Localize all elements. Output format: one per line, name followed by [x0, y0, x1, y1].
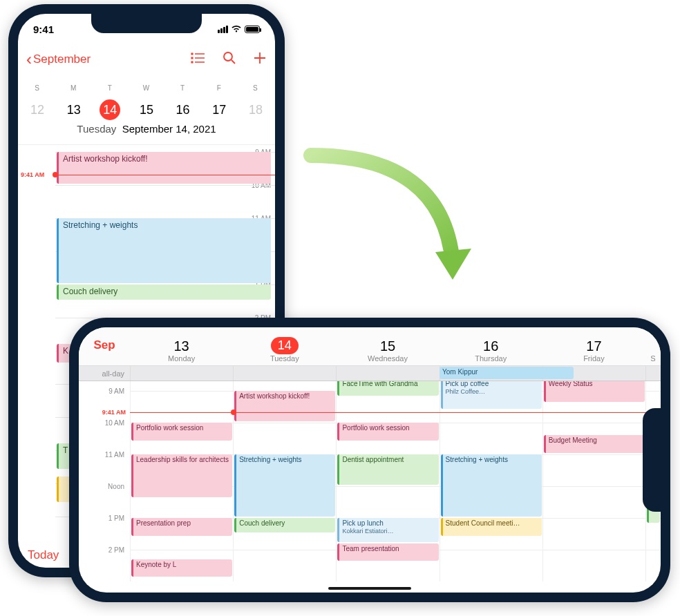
current-time-label: 9:41 AM	[102, 409, 126, 416]
search-icon[interactable]	[223, 51, 236, 68]
weekday-abbrev: F	[207, 77, 232, 98]
calendar-event[interactable]: Stretching + weights	[234, 454, 335, 517]
current-time-dot	[53, 172, 58, 177]
allday-cell	[130, 366, 233, 381]
hour-gridline	[55, 185, 275, 186]
week-day-column-body[interactable]: Weekly StatusBudget Meeting	[542, 381, 645, 581]
today-button[interactable]: Today	[28, 548, 59, 562]
calendar-event[interactable]: Stretching + weights	[441, 454, 542, 517]
calendar-event[interactable]: Budget Meeting	[544, 435, 645, 453]
status-time: 9:41	[33, 23, 54, 35]
hour-label: 1 PM	[108, 514, 124, 522]
calendar-event[interactable]: Student Council meeti…	[441, 518, 542, 536]
nav-bar: ‹ September	[18, 44, 275, 75]
week-day-today[interactable]: 14	[100, 99, 120, 120]
calendar-event[interactable]: Team presentation	[337, 543, 438, 561]
calendar-event[interactable]: Stretching + weights	[57, 218, 271, 283]
week-day-column-body[interactable]: Artist workshop kickoff!Stretching + wei…	[233, 381, 336, 581]
allday-cell	[645, 366, 661, 381]
current-time-label: 9:41 AM	[21, 171, 44, 178]
week-day[interactable]: 16	[171, 99, 196, 120]
current-time-line	[130, 412, 661, 413]
week-day[interactable]: 15	[134, 99, 159, 120]
week-days-row[interactable]: 12131415161718	[25, 99, 268, 120]
selected-date-label: Tuesday September 14, 2021	[25, 120, 268, 140]
svg-point-4	[191, 57, 193, 59]
calendar-event[interactable]: FaceTime with Grandma	[337, 381, 438, 396]
weekday-abbrev: S	[243, 77, 268, 98]
signal-bars-icon	[218, 26, 228, 33]
add-event-icon[interactable]	[253, 51, 267, 68]
svg-point-6	[224, 52, 232, 61]
all-day-label: all-day	[79, 366, 130, 381]
weekday-abbrev: S	[25, 77, 50, 98]
landscape-iphone-frame: Sep 13Monday14Tuesday15Wednesday16Thursd…	[69, 318, 670, 602]
week-day[interactable]: 18	[243, 99, 268, 120]
calendar-event[interactable]: Portfolio work session	[337, 423, 438, 441]
hour-label: 11 AM	[105, 451, 124, 459]
home-indicator[interactable]	[328, 587, 411, 590]
week-day-column-body[interactable]: FaceTime with GrandmaPortfolio work sess…	[336, 381, 439, 581]
wifi-icon	[231, 23, 242, 35]
hour-label: 2 PM	[108, 546, 124, 554]
week-day-column-body[interactable]: Portfolio work sessionLeadership skills …	[130, 381, 233, 581]
week-day-column-body[interactable]: Pick up coffeePhilz Coffee…Stretching + …	[440, 381, 542, 581]
week-schedule[interactable]: 9 AM10 AM11 AMNoon1 PM2 PM9:41 AM Portfo…	[79, 381, 661, 581]
calendar-event[interactable]: Dentist appointment	[337, 454, 438, 485]
svg-point-3	[191, 53, 193, 55]
calendar-event[interactable]: Keynote by L	[131, 559, 232, 577]
all-day-event[interactable]: Yom Kippur	[440, 367, 574, 379]
week-day-column[interactable]: 15Wednesday	[336, 338, 439, 363]
all-day-row: all-day Yom Kippur	[79, 366, 661, 381]
hour-label: 9 AM	[108, 387, 124, 395]
hour-label: 10 AM	[105, 419, 124, 427]
allday-cell	[233, 366, 336, 381]
hour-label: Noon	[108, 483, 124, 490]
week-day-column-today[interactable]: 14Tuesday	[233, 337, 336, 363]
week-day-column[interactable]: 16Thursday	[440, 338, 542, 363]
weekday-abbrev: M	[62, 77, 86, 98]
weekday-abbrev: T	[97, 77, 122, 98]
calendar-event[interactable]: Pick up lunchKokkari Estiatori…	[337, 518, 438, 542]
svg-point-5	[191, 61, 193, 63]
calendar-event[interactable]: Portfolio work session	[131, 423, 232, 441]
rotate-arrow-illustration	[290, 142, 484, 307]
calendar-event[interactable]: Artist workshop kickoff!	[57, 152, 271, 184]
allday-cell	[336, 366, 439, 381]
calendar-event[interactable]: Pick up coffeePhilz Coffee…	[441, 381, 542, 409]
back-button[interactable]: ‹ September	[26, 51, 91, 68]
week-day[interactable]: 13	[62, 99, 86, 120]
week-day-column[interactable]: 13Monday	[130, 338, 233, 363]
calendar-event[interactable]: Weekly Status	[544, 381, 645, 402]
battery-icon	[245, 26, 260, 33]
calendar-event[interactable]: Couch delivery	[57, 285, 271, 300]
chevron-left-icon: ‹	[26, 51, 32, 68]
current-time-line	[55, 175, 275, 175]
weekday-header-row: SMTWTFS	[25, 77, 268, 98]
weekday-abbrev: T	[171, 77, 196, 98]
list-view-icon[interactable]	[191, 52, 206, 68]
week-day-column[interactable]: S	[645, 354, 661, 363]
week-header: Sep 13Monday14Tuesday15Wednesday16Thursd…	[79, 327, 661, 366]
week-day[interactable]: 17	[207, 99, 232, 120]
month-label[interactable]: Sep	[79, 338, 130, 352]
calendar-event[interactable]: Artist workshop kickoff!	[234, 391, 335, 421]
week-day-column[interactable]: 17Friday	[542, 338, 645, 363]
calendar-event[interactable]: Couch delivery	[234, 518, 335, 532]
weekday-abbrev: W	[134, 77, 159, 98]
calendar-event[interactable]: Leadership skills for architects	[131, 454, 232, 497]
current-time-dot	[231, 410, 236, 415]
week-day[interactable]: 12	[25, 99, 50, 120]
svg-line-7	[232, 60, 235, 64]
calendar-event[interactable]: Presentation prep	[131, 518, 232, 536]
